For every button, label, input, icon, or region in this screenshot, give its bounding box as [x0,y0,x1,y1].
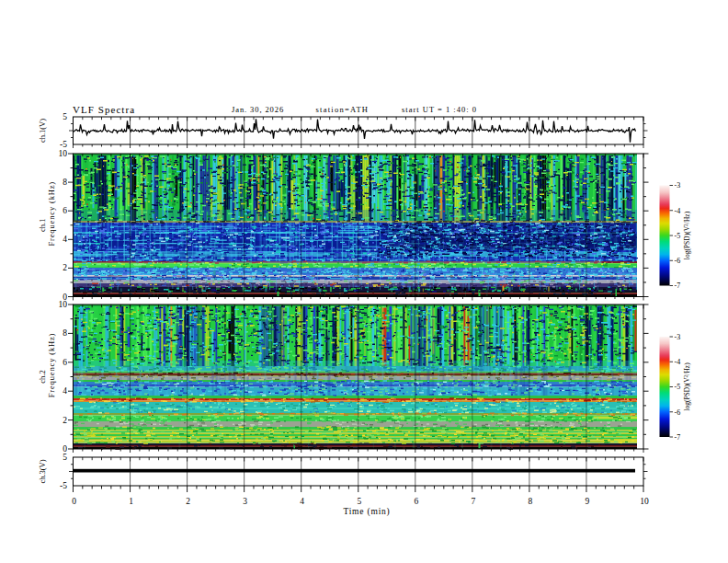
svg-text:Frequency (kHz): Frequency (kHz) [47,181,56,247]
svg-text:0: 0 [63,444,67,454]
svg-text:7: 7 [471,497,475,506]
svg-text:-6: -6 [675,408,681,417]
svg-text:6: 6 [63,358,67,367]
svg-text:10: 10 [59,300,68,309]
svg-text:4: 4 [63,235,67,244]
svg-text:log(PSD)(V2/Hz): log(PSD)(V2/Hz) [683,211,692,259]
svg-text:VLF Spectra: VLF Spectra [73,104,135,115]
svg-text:-3: -3 [675,333,681,341]
svg-text:8: 8 [529,497,533,506]
svg-text:ch.1(V): ch.1(V) [38,119,47,143]
svg-text:6: 6 [63,206,67,215]
svg-text:5: 5 [357,497,361,506]
svg-text:-7: -7 [675,433,681,442]
svg-text:-4: -4 [675,358,681,366]
svg-text:4: 4 [300,497,304,506]
svg-text:0: 0 [72,497,76,506]
svg-text:ch.1: ch.1 [38,219,47,232]
svg-text:-5: -5 [60,140,67,149]
svg-text:-5: -5 [675,232,681,240]
svg-text:Jan. 30, 2026: Jan. 30, 2026 [232,105,284,114]
svg-text:-5: -5 [675,383,681,391]
svg-text:Frequency (kHz): Frequency (kHz) [47,333,56,398]
svg-text:-3: -3 [675,181,681,190]
svg-text:-7: -7 [675,282,681,290]
svg-text:2: 2 [186,497,190,506]
svg-text:-6: -6 [675,257,681,265]
svg-text:2: 2 [63,416,67,425]
svg-text:2: 2 [63,263,67,272]
svg-text:5: 5 [63,453,67,462]
svg-text:-4: -4 [675,207,681,215]
svg-text:10: 10 [59,149,68,158]
svg-text:6: 6 [414,497,418,506]
svg-text:9: 9 [586,497,590,506]
svg-text:10: 10 [640,497,649,506]
svg-text:5: 5 [63,112,67,121]
svg-text:ch.3(V): ch.3(V) [38,459,47,483]
svg-text:station=ATH: station=ATH [316,105,370,114]
svg-text:log(PSD)(V2/Hz): log(PSD)(V2/Hz) [683,362,692,411]
svg-text:8: 8 [63,178,67,187]
svg-text:4: 4 [63,386,67,396]
svg-text:ch.2: ch.2 [38,370,47,383]
svg-text:-5: -5 [60,481,67,490]
svg-text:1: 1 [129,497,133,506]
svg-text:8: 8 [63,328,67,338]
svg-text:start UT = 1 :40: 0: start UT = 1 :40: 0 [402,105,477,114]
svg-text:Time (min): Time (min) [343,507,390,517]
svg-text:3: 3 [243,497,247,506]
